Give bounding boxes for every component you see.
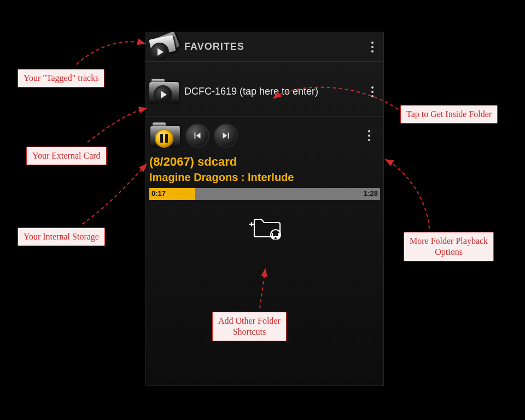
callout-more-options: More Folder Playback Options — [404, 232, 494, 261]
folder-row[interactable]: DCFC-1619 (tap here to enter) — [146, 67, 383, 116]
track-counter: (8/2067) sdcard — [149, 155, 380, 169]
progress-bar[interactable]: 0:17 1:28 — [149, 188, 380, 200]
skip-next-icon — [220, 130, 232, 142]
folder-label: DCFC-1619 (tap here to enter) — [184, 86, 318, 97]
callout-add-shortcuts: Add Other Folder Shortcuts — [212, 312, 287, 341]
previous-button[interactable] — [185, 124, 209, 148]
now-playing-block: (8/2067) sdcard Imagine Dragons : Interl… — [146, 116, 383, 240]
callout-external-card: Your External Card — [26, 147, 107, 165]
duration-time: 1:28 — [364, 189, 378, 197]
elapsed-time: 0:17 — [151, 189, 166, 197]
folder-pause-icon[interactable] — [149, 122, 181, 149]
callout-tagged-tracks: Your "Tagged" tracks — [18, 69, 104, 88]
now-playing-more-icon[interactable] — [364, 128, 375, 143]
next-button[interactable] — [214, 124, 238, 148]
favorites-label: FAVORITES — [184, 41, 244, 52]
folder-more-icon[interactable] — [367, 84, 378, 100]
favorites-icon — [148, 34, 180, 60]
callout-internal-storage: Your Internal Storage — [18, 228, 105, 246]
skip-previous-icon — [191, 130, 203, 142]
track-title: Imagine Dragons : Interlude — [149, 171, 380, 184]
favorites-more-icon[interactable] — [367, 39, 378, 55]
playback-controls — [149, 119, 380, 153]
favorites-row[interactable]: FAVORITES — [146, 32, 383, 62]
add-folder-icon — [246, 212, 284, 240]
folder-play-icon — [148, 79, 180, 105]
callout-inside-folder: Tap to Get Inside Folder — [400, 105, 498, 124]
add-folder-shortcut-button[interactable] — [149, 212, 380, 240]
